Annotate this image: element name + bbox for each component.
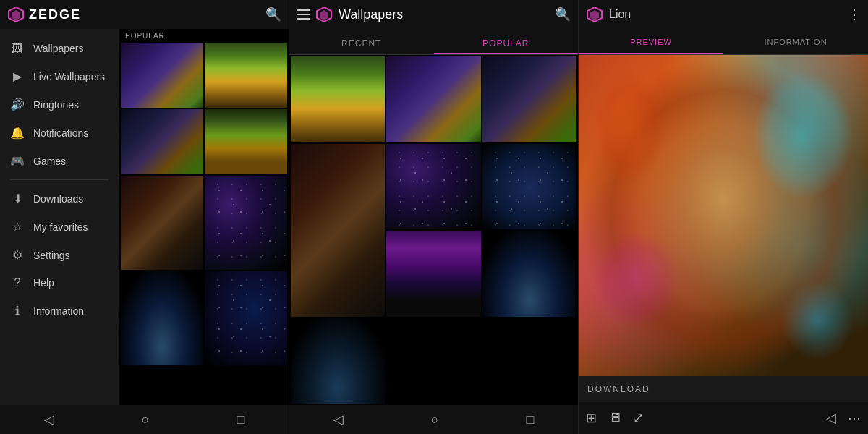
help-icon: ? [10, 276, 25, 289]
sidebar-label-games: Games [33, 156, 66, 167]
list-item[interactable] [386, 144, 480, 230]
sidebar-item-wallpapers[interactable]: 🖼 Wallpapers [0, 35, 119, 62]
panel2-logo-icon [315, 6, 333, 23]
panel1-wallpaper-grid-area: POPULAR [119, 29, 289, 405]
panel2-title: Wallpapers [339, 7, 549, 22]
wallpaper-grid [119, 43, 289, 365]
zedge-logo-icon [7, 6, 25, 23]
zedge-title: ZEDGE [29, 7, 81, 22]
list-item[interactable] [121, 271, 203, 365]
panel2-search-icon[interactable]: 🔍 [555, 7, 571, 22]
information-icon: ℹ [10, 304, 25, 318]
panel-menu: ZEDGE 🔍 🖼 Wallpapers ▶ Live Wallpapers 🔊… [0, 0, 289, 434]
back-button[interactable]: ◁ [44, 412, 54, 427]
options-dots-icon[interactable]: ⋯ [848, 410, 861, 426]
list-item[interactable] [386, 56, 480, 142]
panel3-title: Lion [609, 8, 842, 21]
sidebar-label-live-wallpapers: Live Wallpapers [33, 71, 105, 82]
sidebar-label-information: Information [33, 305, 84, 317]
panel2-header: Wallpapers 🔍 [289, 0, 578, 29]
panel-detail: Lion ⋮ PREVIEW INFORMATION DOWNLOAD ⊞ 🖥 … [579, 0, 868, 434]
sidebar-item-live-wallpapers[interactable]: ▶ Live Wallpapers [0, 62, 119, 90]
svg-marker-3 [320, 10, 328, 20]
list-item[interactable] [121, 109, 203, 174]
more-options-icon[interactable]: ⋮ [848, 7, 861, 22]
panel1-content: 🖼 Wallpapers ▶ Live Wallpapers 🔊 Rington… [0, 29, 289, 405]
sidebar-item-downloads[interactable]: ⬇ Downloads [0, 184, 119, 213]
sidebar-label-downloads: Downloads [33, 193, 83, 205]
recent-button[interactable]: □ [237, 412, 245, 427]
panel2-recent-button[interactable]: □ [527, 412, 535, 427]
sidebar-label-help: Help [33, 277, 54, 289]
panel2-back-button[interactable]: ◁ [333, 412, 344, 427]
sidebar-item-notifications[interactable]: 🔔 Notifications [0, 119, 119, 147]
tab-information[interactable]: INFORMATION [723, 29, 868, 54]
svg-marker-5 [590, 10, 599, 20]
sidebar-item-ringtones[interactable]: 🔊 Ringtones [0, 90, 119, 119]
wallpapers-icon: 🖼 [10, 42, 25, 55]
tab-popular[interactable]: POPULAR [434, 33, 579, 54]
search-icon[interactable]: 🔍 [265, 7, 281, 22]
list-item[interactable] [291, 318, 385, 404]
settings-icon: ⚙ [10, 248, 25, 262]
color-splash-orange [593, 71, 665, 183]
list-item[interactable] [121, 176, 203, 270]
grid-label-popular: POPULAR [119, 29, 289, 43]
sidebar-item-games[interactable]: 🎮 Games [0, 147, 119, 175]
action-icons-right: ◁ ⋯ [826, 410, 861, 426]
tab-preview[interactable]: PREVIEW [579, 29, 723, 54]
download-label[interactable]: DOWNLOAD [587, 384, 650, 394]
panel3-logo-icon [586, 6, 603, 23]
sidebar-label-wallpapers: Wallpapers [33, 43, 84, 54]
games-icon: 🎮 [10, 154, 25, 168]
color-splash-pink [593, 231, 680, 328]
home-button[interactable]: ○ [142, 412, 150, 427]
fullscreen-icon[interactable]: ⤢ [633, 410, 644, 426]
panel2-nav-bar: ◁ ○ □ [289, 405, 578, 434]
downloads-icon: ⬇ [10, 192, 25, 205]
list-item[interactable] [205, 176, 287, 270]
hamburger-menu[interactable] [297, 9, 310, 20]
sidebar-label-notifications: Notifications [33, 127, 88, 139]
sidebar-label-settings: Settings [33, 250, 70, 261]
list-item[interactable] [205, 43, 287, 108]
favorites-icon: ☆ [10, 220, 25, 234]
sidebar-item-favorites[interactable]: ☆ My favorites [0, 213, 119, 241]
sidebar-divider [10, 179, 109, 180]
sidebar-item-information[interactable]: ℹ Information [0, 297, 119, 325]
list-item[interactable] [205, 271, 287, 365]
panel3-bottom-controls: DOWNLOAD ⊞ 🖥 ⤢ ◁ ⋯ [579, 376, 868, 434]
list-item[interactable] [386, 231, 480, 317]
notifications-icon: 🔔 [10, 126, 25, 140]
list-item[interactable] [291, 56, 385, 142]
list-item[interactable] [205, 109, 287, 174]
list-item[interactable] [482, 56, 576, 142]
download-bar: DOWNLOAD [579, 376, 868, 402]
panel3-tab-bar: PREVIEW INFORMATION [579, 29, 868, 55]
panel2-home-button[interactable]: ○ [431, 412, 439, 427]
action-icons-left: ⊞ 🖥 ⤢ [586, 410, 826, 426]
panel-wallpapers: Wallpapers 🔍 RECENT POPULAR [289, 0, 579, 434]
panel2-tab-bar: RECENT POPULAR [289, 29, 578, 55]
list-item[interactable] [482, 144, 576, 230]
sidebar-item-settings[interactable]: ⚙ Settings [0, 241, 119, 269]
panel1-header: ZEDGE 🔍 [0, 0, 289, 29]
color-splash-teal [752, 71, 854, 200]
panel3-header: Lion ⋮ [579, 0, 868, 29]
list-item[interactable] [291, 144, 385, 317]
action-bar: ⊞ 🖥 ⤢ ◁ ⋯ [579, 402, 868, 434]
list-item[interactable] [482, 231, 576, 317]
lion-preview-image [579, 55, 868, 376]
preview-icon[interactable]: 🖥 [608, 410, 621, 426]
sidebar-item-help[interactable]: ? Help [0, 269, 119, 297]
color-splash-blue [781, 280, 854, 360]
live-wallpapers-icon: ▶ [10, 69, 25, 83]
list-item[interactable] [121, 43, 203, 108]
sidebar-label-ringtones: Ringtones [33, 99, 79, 111]
svg-marker-1 [12, 10, 20, 20]
panel2-wallpaper-grid [289, 55, 578, 405]
set-wallpaper-icon[interactable]: ⊞ [586, 410, 597, 426]
share-icon[interactable]: ◁ [826, 410, 836, 426]
sidebar-label-favorites: My favorites [33, 221, 88, 233]
tab-recent[interactable]: RECENT [289, 33, 434, 54]
